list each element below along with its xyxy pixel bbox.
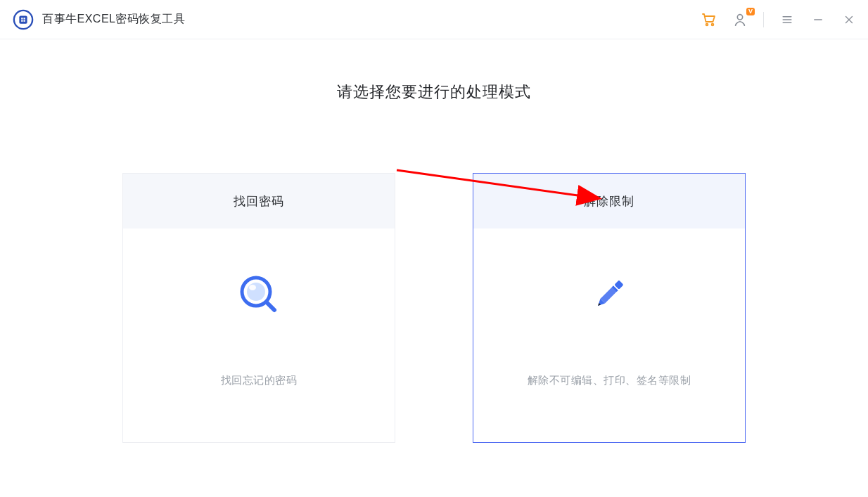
- card-recover-password[interactable]: 找回密码 找回忘记的密码: [122, 173, 395, 443]
- page-title: 请选择您要进行的处理模式: [0, 82, 868, 103]
- svg-point-7: [712, 23, 714, 25]
- app-logo: [13, 9, 34, 30]
- titlebar-divider: [763, 12, 764, 27]
- svg-rect-3: [23, 18, 25, 19]
- magnifier-icon: [236, 271, 282, 318]
- svg-line-18: [267, 302, 274, 310]
- svg-rect-4: [21, 20, 23, 21]
- svg-point-6: [706, 23, 708, 25]
- account-icon[interactable]: V: [731, 11, 749, 29]
- card-unlock-body: 解除不可编辑、打印、签名等限制: [473, 228, 745, 442]
- titlebar: 百事牛EXCEL密码恢复工具 V: [0, 0, 868, 39]
- svg-rect-2: [21, 18, 23, 19]
- vip-badge: V: [746, 8, 755, 15]
- card-unlock-desc: 解除不可编辑、打印、签名等限制: [528, 374, 691, 387]
- pencil-icon: [586, 271, 632, 318]
- card-recover-body: 找回忘记的密码: [123, 228, 395, 442]
- cart-icon[interactable]: [700, 11, 718, 29]
- card-recover-desc: 找回忘记的密码: [221, 374, 298, 387]
- main-content: 请选择您要进行的处理模式 找回密码 找回忘记的密码 解除限制: [0, 39, 868, 443]
- svg-rect-5: [23, 20, 25, 21]
- card-recover-title: 找回密码: [123, 174, 395, 228]
- card-unlock-title: 解除限制: [473, 174, 745, 228]
- svg-point-8: [737, 14, 742, 19]
- card-remove-restrictions[interactable]: 解除限制 解除不可编辑、打印、签名等限制: [473, 173, 746, 443]
- svg-rect-1: [19, 15, 27, 23]
- app-title: 百事牛EXCEL密码恢复工具: [42, 12, 185, 27]
- svg-point-16: [247, 283, 265, 301]
- titlebar-right: V: [700, 11, 858, 29]
- close-button[interactable]: [840, 11, 858, 29]
- menu-icon[interactable]: [778, 11, 796, 29]
- svg-point-17: [249, 285, 256, 290]
- mode-cards: 找回密码 找回忘记的密码 解除限制: [0, 173, 868, 443]
- minimize-button[interactable]: [809, 11, 827, 29]
- titlebar-left: 百事牛EXCEL密码恢复工具: [13, 9, 185, 30]
